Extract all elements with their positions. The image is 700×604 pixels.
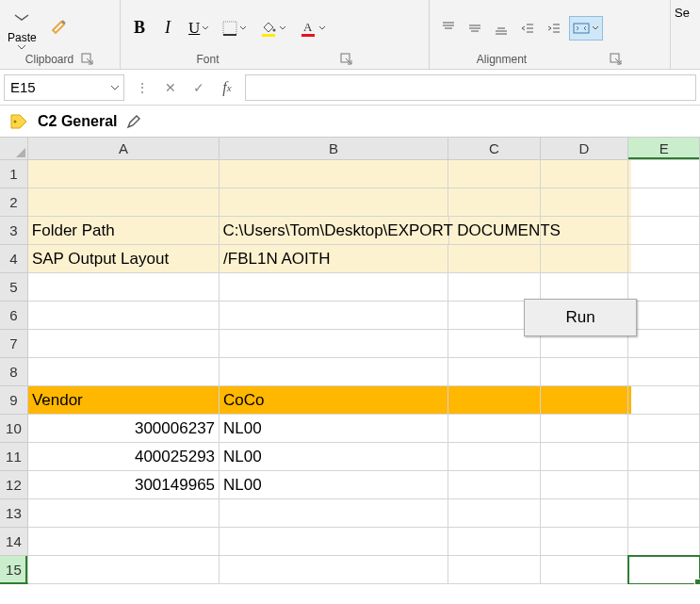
cell[interactable] (628, 217, 700, 245)
cell[interactable] (448, 245, 541, 273)
cell[interactable]: /FBL1N AOITH (220, 245, 448, 273)
cell[interactable] (448, 358, 541, 386)
column-header-B[interactable]: B (220, 138, 448, 160)
alignment-launcher[interactable] (610, 53, 623, 66)
cell[interactable] (220, 160, 448, 188)
row-header[interactable]: 10 (0, 415, 28, 443)
cell[interactable] (448, 273, 541, 302)
underline-button[interactable]: U (185, 16, 213, 41)
align-bottom-button[interactable] (490, 16, 513, 41)
cell[interactable] (541, 386, 629, 415)
cell[interactable] (541, 443, 629, 471)
cell[interactable] (628, 443, 700, 471)
cell[interactable] (541, 358, 629, 386)
row-header[interactable]: 1 (0, 160, 28, 188)
cell[interactable] (448, 471, 541, 499)
cell[interactable] (220, 499, 448, 528)
cell[interactable]: C:\Users\Tom\Desktop\EXPORT DOCUMENTS (220, 217, 449, 245)
column-header-C[interactable]: C (448, 138, 541, 160)
chevron-down-icon[interactable] (110, 85, 120, 90)
fill-color-button[interactable] (256, 16, 290, 41)
cancel-icon[interactable]: ✕ (160, 77, 181, 98)
cell[interactable] (220, 302, 448, 330)
cell[interactable] (28, 556, 220, 584)
cell[interactable]: Vendor (28, 386, 220, 415)
row-header[interactable]: 12 (0, 471, 28, 499)
row-header[interactable]: 5 (0, 273, 28, 302)
cell[interactable]: CoCo (220, 386, 448, 415)
cell[interactable]: NL00 (220, 471, 448, 499)
cell[interactable]: SAP Output Layout (28, 245, 220, 273)
cell[interactable] (220, 188, 448, 217)
cell[interactable] (628, 358, 700, 386)
decrease-indent-button[interactable] (516, 16, 539, 41)
chevron-down-icon[interactable] (17, 44, 26, 50)
cell[interactable]: 400025293 (28, 443, 220, 471)
select-all-button[interactable] (0, 138, 28, 160)
row-header[interactable]: 11 (0, 443, 28, 471)
spreadsheet-grid[interactable]: A B C D E 1 2 3Folder PathC:\Users\Tom\D… (0, 138, 700, 584)
cell[interactable]: 300149965 (28, 471, 220, 499)
cell[interactable]: NL00 (220, 443, 448, 471)
increase-indent-button[interactable] (543, 16, 565, 41)
font-launcher[interactable] (340, 53, 353, 66)
cell[interactable] (28, 528, 220, 556)
enter-icon[interactable]: ✓ (188, 77, 209, 98)
cell[interactable]: NL00 (220, 415, 448, 443)
cell[interactable] (449, 217, 541, 245)
cell[interactable] (28, 358, 220, 386)
cell[interactable] (541, 160, 629, 188)
cell[interactable] (220, 330, 448, 358)
run-button[interactable]: Run (524, 299, 637, 336)
cell[interactable] (541, 415, 629, 443)
format-painter-button[interactable] (44, 12, 74, 41)
cell[interactable]: Folder Path (28, 217, 220, 245)
cell[interactable] (628, 471, 700, 499)
bold-button[interactable]: B (128, 16, 151, 41)
row-header[interactable]: 6 (0, 302, 28, 330)
row-header[interactable]: 15 (0, 556, 28, 584)
cell[interactable] (448, 528, 541, 556)
cell[interactable] (220, 273, 448, 302)
cell[interactable] (628, 188, 700, 217)
cell[interactable] (448, 160, 541, 188)
cell[interactable] (541, 528, 629, 556)
cell[interactable] (448, 556, 541, 584)
cell[interactable] (448, 499, 541, 528)
column-header-A[interactable]: A (28, 138, 220, 160)
row-header[interactable]: 13 (0, 499, 28, 528)
cell[interactable]: 300006237 (28, 415, 220, 443)
borders-button[interactable] (219, 16, 251, 41)
fx-button[interactable]: fx (217, 77, 237, 98)
cell[interactable] (28, 273, 220, 302)
cell[interactable] (220, 556, 448, 584)
cell[interactable] (28, 302, 220, 330)
column-header-D[interactable]: D (541, 138, 629, 160)
cell[interactable] (628, 330, 700, 358)
cell[interactable] (541, 217, 628, 245)
cell[interactable] (28, 188, 220, 217)
row-header[interactable]: 3 (0, 217, 28, 245)
cell[interactable] (28, 330, 220, 358)
italic-button[interactable]: I (156, 16, 179, 41)
cell[interactable] (541, 471, 629, 499)
cell[interactable] (541, 499, 629, 528)
row-header[interactable]: 7 (0, 330, 28, 358)
cell[interactable] (541, 556, 629, 584)
name-box[interactable]: E15 (4, 74, 124, 101)
cell[interactable] (448, 443, 541, 471)
cell[interactable] (541, 188, 629, 217)
merge-center-button[interactable] (569, 16, 603, 41)
cell[interactable] (220, 528, 448, 556)
row-header[interactable]: 8 (0, 358, 28, 386)
row-header[interactable]: 2 (0, 188, 28, 217)
pencil-icon[interactable] (126, 114, 141, 129)
row-header[interactable]: 4 (0, 245, 28, 273)
paste-button[interactable] (8, 3, 36, 31)
row-header[interactable]: 14 (0, 528, 28, 556)
cell[interactable] (28, 499, 220, 528)
cell[interactable] (628, 273, 700, 302)
cell[interactable] (628, 245, 700, 273)
align-middle-button[interactable] (464, 16, 486, 41)
cell[interactable] (541, 245, 629, 273)
